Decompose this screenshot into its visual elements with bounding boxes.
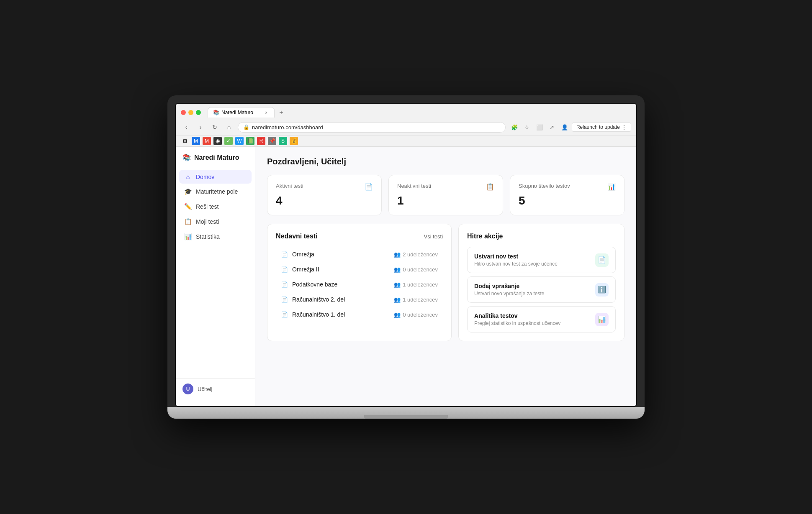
action-ustvari-test[interactable]: Ustvari nov test Hitro ustvari nov test …	[467, 247, 616, 273]
test-item-left-0: 📄 Omrežja	[281, 251, 314, 258]
test-participants-0: 👥 2 udeležencev	[394, 251, 438, 258]
browser-titlebar: 📚 Naredi Maturo × +	[176, 104, 636, 120]
back-button[interactable]: ‹	[181, 122, 192, 133]
sidebar-label-resi: Reši test	[196, 203, 218, 210]
test-item-left-4: 📄 Računalništvo 1. del	[281, 311, 345, 318]
quick-actions-title: Hitre akcije	[467, 233, 503, 240]
participants-icon-2: 👥	[394, 281, 401, 288]
sidebar-item-resi-test[interactable]: ✏️ Reši test	[179, 199, 252, 214]
screenshot-button[interactable]: ⬜	[534, 122, 545, 133]
star-button[interactable]: ☆	[522, 122, 532, 133]
test-item-left-1: 📄 Omrežja II	[281, 266, 319, 273]
browser-chrome: 📚 Naredi Maturo × + ‹ › ↻ ⌂ 🔒 naredimatu…	[176, 104, 636, 147]
test-item-4[interactable]: 📄 Računalništvo 1. del 👥 0 udeležencev	[276, 307, 443, 322]
relaunch-menu-icon: ⋮	[622, 124, 627, 130]
graduation-icon: 🎓	[184, 188, 192, 195]
test-participants-1: 👥 0 udeležencev	[394, 266, 438, 273]
quick-actions-header: Hitre akcije	[467, 233, 616, 240]
recent-tests-header: Nedavni testi Vsi testi	[276, 233, 443, 240]
sidebar-label-domov: Domov	[196, 174, 214, 180]
test-name-3: Računalništvo 2. del	[292, 296, 345, 303]
user-name: Učitelj	[198, 386, 212, 392]
bookmark-w[interactable]: W	[235, 137, 244, 145]
bookmark-check[interactable]: ✓	[224, 137, 233, 145]
action-icon-1: ℹ️	[595, 283, 609, 297]
test-name-4: Računalništvo 1. del	[292, 311, 345, 318]
forward-button[interactable]: ›	[195, 122, 206, 133]
sidebar-label-maturitetne: Maturitetne pole	[196, 188, 238, 195]
laptop-frame: 📚 Naredi Maturo × + ‹ › ↻ ⌂ 🔒 naredimatu…	[167, 95, 645, 419]
sidebar-nav: ⌂ Domov 🎓 Maturitetne pole ✏️ Reši test …	[176, 170, 255, 378]
participants-icon-4: 👥	[394, 312, 401, 318]
bookmark-gmail[interactable]: M	[203, 137, 211, 145]
action-analitika[interactable]: Analitika testov Preglej statistiko in u…	[467, 306, 616, 332]
test-item-0[interactable]: 📄 Omrežja 👥 2 udeležencev	[276, 247, 443, 262]
file-icon-2: 📄	[281, 281, 288, 288]
bookmark-apps[interactable]: ⊞	[181, 137, 189, 145]
app-container: 📚 Naredi Maturo ⌂ Domov 🎓 Maturitetne po…	[176, 147, 636, 406]
extensions-button[interactable]: 🧩	[509, 122, 520, 133]
test-list: 📄 Omrežja 👥 2 udeležencev 📄	[276, 247, 443, 322]
participants-icon-0: 👥	[394, 251, 401, 258]
stat-value-skupno: 5	[519, 194, 616, 207]
sidebar-item-statistika[interactable]: 📊 Statistika	[179, 230, 252, 244]
bookmark-money[interactable]: 💰	[290, 137, 298, 145]
minimize-window-button[interactable]	[188, 110, 193, 115]
laptop-bottom	[167, 407, 645, 419]
avatar-initial: U	[186, 386, 190, 392]
file-icon-1: 📄	[281, 266, 288, 273]
action-dodaj-vprasanje[interactable]: Dodaj vprašanje Ustvari novo vprašanje z…	[467, 276, 616, 303]
relaunch-button[interactable]: Relaunch to update ⋮	[572, 123, 631, 132]
sidebar-item-domov[interactable]: ⌂ Domov	[179, 170, 252, 184]
main-content: Pozdravljeni, Učitelj Aktivni testi 📄 4 …	[255, 147, 636, 406]
address-bar[interactable]: 🔒 naredimaturo.com/dashboard	[238, 122, 506, 133]
action-content-1: Dodaj vprašanje Ustvari novo vprašanje z…	[474, 283, 595, 297]
test-item-1[interactable]: 📄 Omrežja II 👥 0 udeležencev	[276, 262, 443, 277]
bookmark-r[interactable]: R	[257, 137, 265, 145]
test-item-3[interactable]: 📄 Računalništvo 2. del 👥 1 udeležencev	[276, 292, 443, 307]
action-title-1: Dodaj vprašanje	[474, 283, 595, 289]
test-name-1: Omrežja II	[292, 266, 319, 273]
maximize-window-button[interactable]	[196, 110, 201, 115]
file-icon-3: 📄	[281, 296, 288, 303]
page-greeting: Pozdravljeni, Učitelj	[267, 157, 624, 166]
reload-button[interactable]: ↻	[209, 122, 220, 133]
tab-favicon: 📚	[213, 110, 219, 115]
bookmark-sheets[interactable]: 📗	[246, 137, 254, 145]
home-button[interactable]: ⌂	[224, 122, 234, 133]
sidebar-item-maturitetne-pole[interactable]: 🎓 Maturitetne pole	[179, 184, 252, 199]
action-icon-0: 📄	[595, 253, 609, 267]
quick-actions-list: Ustvari nov test Hitro ustvari nov test …	[467, 247, 616, 332]
stat-header-skupno: Skupno število testov 📊	[519, 183, 616, 191]
stat-icon-skupno: 📊	[607, 183, 616, 191]
lock-icon: 🔒	[243, 124, 249, 130]
bookmark-s[interactable]: S	[279, 137, 287, 145]
new-tab-button[interactable]: +	[276, 107, 286, 118]
browser-tab[interactable]: 📚 Naredi Maturo ×	[208, 107, 275, 118]
profile-button[interactable]: 👤	[559, 122, 570, 133]
sidebar-item-moji-testi[interactable]: 📋 Moji testi	[179, 215, 252, 229]
bookmark-dark[interactable]: ◉	[213, 137, 222, 145]
test-item-2[interactable]: 📄 Podatkovne baze 👥 1 udeležencev	[276, 277, 443, 292]
stat-card-neaktivni: Neaktivni testi 📋 1	[388, 175, 503, 215]
avatar: U	[182, 384, 193, 394]
sidebar-label-moji: Moji testi	[196, 218, 219, 225]
bookmark-m-blue[interactable]: M	[192, 137, 200, 145]
close-window-button[interactable]	[181, 110, 186, 115]
share-button[interactable]: ↗	[547, 122, 558, 133]
sidebar: 📚 Naredi Maturo ⌂ Domov 🎓 Maturitetne po…	[176, 147, 255, 406]
bookmark-pin[interactable]: 📌	[268, 137, 276, 145]
recent-tests-title: Nedavni testi	[276, 233, 318, 240]
stats-row: Aktivni testi 📄 4 Neaktivni testi 📋 1	[267, 175, 624, 215]
stat-label-aktivni: Aktivni testi	[276, 183, 303, 189]
stat-label-neaktivni: Neaktivni testi	[397, 183, 431, 189]
action-icon-2: 📊	[595, 313, 609, 326]
pencil-icon: ✏️	[184, 203, 192, 210]
url-text: naredimaturo.com/dashboard	[252, 124, 323, 130]
tab-close-button[interactable]: ×	[263, 110, 269, 115]
test-participants-4: 👥 0 udeležencev	[394, 312, 438, 318]
action-desc-0: Hitro ustvari nov test za svoje učence	[474, 261, 595, 267]
stat-value-neaktivni: 1	[397, 194, 494, 207]
all-tests-link[interactable]: Vsi testi	[424, 233, 443, 240]
stat-value-aktivni: 4	[276, 194, 373, 207]
